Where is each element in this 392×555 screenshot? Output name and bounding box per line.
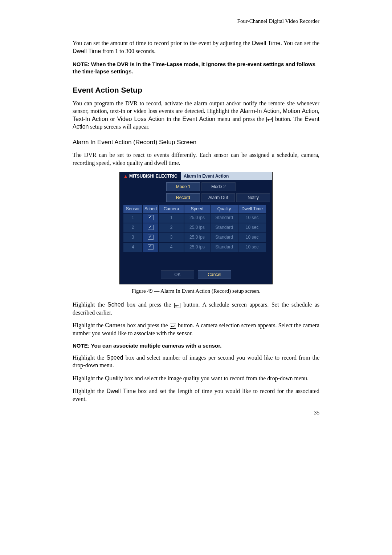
checkbox-icon [148,244,154,250]
dvr-content: Mode 1 Mode 2 Record Alarm Out Notify Se… [120,180,272,284]
table-row: 3 3 25.0 ips Standard 10 sec [123,233,269,242]
sched-cell[interactable] [143,214,158,223]
speed-cell[interactable]: 25.0 ips [184,233,210,242]
document-page: Four-Channel Digital Video Recorder You … [0,0,392,555]
dwell-cell[interactable]: 10 sec [238,233,266,242]
dwell-cell[interactable]: 10 sec [238,214,266,223]
mitsubishi-logo-icon: ▲ [123,174,128,179]
quality-cell[interactable]: Standard [211,223,238,232]
table-row: 1 1 25.0 ips Standard 10 sec [123,214,269,223]
section-heading: Event Action Setup [73,86,319,94]
figure-wrapper: ▲MITSUBISHI ELECTRIC Alarm In Event Acti… [73,172,319,284]
speed-cell[interactable]: 25.0 ips [184,214,210,223]
mode-row: Mode 1 Mode 2 [120,180,272,191]
speed-paragraph: Highlight the Speed box and select numbe… [73,354,319,369]
quality-label: Quality [105,375,123,381]
sensor-cell: 2 [123,223,142,232]
sensor-cell: 4 [123,243,142,252]
cancel-button[interactable]: Cancel [198,270,231,279]
text: menu and press the [215,116,266,122]
camera-cell[interactable]: 4 [159,243,184,252]
sensor-cell: 3 [123,233,142,242]
text: box and press the [126,322,170,328]
dvr-window-title: Alarm In Event Action [181,172,272,180]
sched-cell[interactable] [143,243,158,252]
sched-cell[interactable] [143,233,158,242]
videoloss-action-label: Video Loss Action [117,116,164,122]
col-speed: Speed [184,205,210,213]
speed-cell[interactable]: 25.0 ips [184,223,210,232]
enter-icon [266,117,273,122]
enter-icon [170,324,176,329]
col-camera: Camera [159,205,184,213]
speed-label: Speed [106,355,123,361]
text: . You can set the [281,40,319,46]
intro-paragraph: You can set the amount of time to record… [73,39,319,55]
table-header-row: Sensor Sched Camera Speed Quality Dwell … [123,205,269,213]
text: Highlight the [73,388,107,394]
quality-cell[interactable]: Standard [211,233,238,242]
tab-alarm-out[interactable]: Alarm Out [201,193,235,202]
sensor-cell: 1 [123,214,142,223]
dvr-button-row: OK Cancel [120,253,272,281]
event-action-paragraph: You can program the DVR to record, activ… [73,100,319,131]
text: button. The [273,116,305,122]
quality-cell[interactable]: Standard [211,243,238,252]
dvr-titlebar: ▲MITSUBISHI ELECTRIC Alarm In Event Acti… [120,172,272,180]
table-row: 4 4 25.0 ips Standard 10 sec [123,243,269,252]
camera-cell[interactable]: 2 [159,223,184,232]
quality-cell[interactable]: Standard [211,214,238,223]
checkbox-icon [148,215,154,220]
page-header: Four-Channel Digital Video Recorder [73,18,319,26]
dwell-paragraph: Highlight the Dwell Time box and set the… [73,387,319,403]
tab-row: Record Alarm Out Notify [120,191,272,202]
col-quality: Quality [211,205,238,213]
dvr-screenshot: ▲MITSUBISHI ELECTRIC Alarm In Event Acti… [119,172,273,284]
text: Highlight the [73,322,105,328]
mode1-button[interactable]: Mode 1 [166,182,200,191]
col-dwell: Dwell Time [238,205,266,213]
sched-label: Sched [107,301,124,308]
ok-button[interactable]: OK [161,270,194,279]
dvr-brand: ▲MITSUBISHI ELECTRIC [120,172,181,180]
subsection-heading: Alarm In Event Action (Record) Setup Scr… [73,139,319,146]
enter-icon [174,303,180,308]
text: You can set the amount of time to record… [73,40,252,46]
text: box and press the [124,301,174,308]
sched-paragraph: Highlight the Sched box and press the bu… [73,301,319,316]
text: Highlight the [73,375,105,381]
textin-action-label: Text-In Action [73,116,108,122]
dwell-cell[interactable]: 10 sec [238,243,266,252]
text: , [279,108,283,114]
text: box and select the image quality you wan… [123,375,309,381]
event-action-menu-label: Event Action [183,116,216,122]
tab-notify[interactable]: Notify [236,193,270,202]
alarm-in-action-label: Alarm-In Action [240,108,279,114]
camera-cell[interactable]: 3 [159,233,184,242]
text: from 1 to 300 seconds. [101,48,155,54]
dwell-time-label: Dwell Time [73,48,101,54]
note-multi-camera: NOTE: You can associate multiple cameras… [73,343,319,349]
col-sched: Sched [143,205,158,213]
page-number: 35 [73,410,319,416]
text: setup screens will appear. [89,123,150,130]
brand-text: MITSUBISHI ELECTRIC [129,174,177,179]
motion-action-label: Motion Action [283,108,318,114]
checkbox-icon [148,225,154,230]
text: Highlight the [73,355,106,361]
tab-record[interactable]: Record [166,193,200,202]
checkbox-icon [148,235,154,240]
text: , [318,108,319,114]
dwell-time-label: Dwell Time [252,40,281,46]
camera-cell[interactable]: 1 [159,214,184,223]
camera-paragraph: Highlight the Camera box and press the b… [73,321,319,337]
sched-cell[interactable] [143,223,158,232]
figure-caption: Figure 49 — Alarm In Event Action (Recor… [73,288,319,294]
spacer [122,182,165,191]
doc-title: Four-Channel Digital Video Recorder [237,18,319,24]
speed-cell[interactable]: 25.0 ips [184,243,210,252]
text: Highlight the [73,301,107,308]
mode2-button[interactable]: Mode 2 [201,182,235,191]
dwell-cell[interactable]: 10 sec [238,223,266,232]
col-sensor: Sensor [123,205,142,213]
